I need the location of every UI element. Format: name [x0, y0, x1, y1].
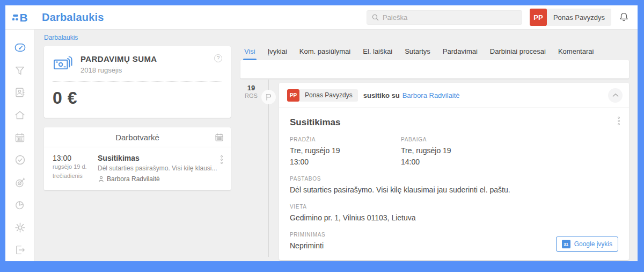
start-date: Tre, rugsėjo 19	[290, 145, 401, 156]
event-target-link[interactable]: Barbora Radvilaitė	[402, 91, 460, 99]
agenda-event-description: Dėl sutarties pasirašymo. Visi kilę klau…	[98, 164, 218, 172]
agenda-event-title: Susitikimas	[98, 154, 218, 162]
home-icon	[14, 109, 26, 121]
breadcrumb[interactable]: Darbalaukis	[44, 34, 629, 41]
target-dart-icon	[14, 176, 26, 189]
sidebar-item-settings[interactable]	[5, 216, 35, 239]
user-name: Ponas Pavyzdys	[547, 13, 611, 22]
timeline-marker	[261, 90, 276, 104]
timeline-date: 19 RGS	[241, 84, 261, 99]
activity-stream: Visi Įvykiai Kom. pasiūlymai El. laiškai…	[240, 46, 629, 261]
tab-kom-pasiulymai[interactable]: Kom. pasiūlymai	[299, 47, 350, 60]
sidebar-item-logout[interactable]	[5, 239, 35, 261]
help-icon[interactable]: ?	[214, 54, 222, 62]
sidebar-item-filters[interactable]	[5, 59, 35, 82]
funnel-icon	[14, 65, 26, 76]
agenda-event-time: 13:00	[53, 154, 98, 162]
user-menu[interactable]: PP Ponas Pavyzdys	[530, 9, 611, 26]
event-card-header: PP Ponas Pavyzdys susitiko su Barbora Ra…	[279, 83, 629, 108]
app-logo[interactable]: B	[5, 5, 35, 29]
google-calendar-icon: 31	[562, 240, 570, 248]
reminder-label: PRIMINIMAS	[290, 232, 325, 238]
timeline-line	[268, 80, 269, 257]
sales-card-title: PARDAVIMŲ SUMA	[80, 54, 157, 64]
start-time: 13:00	[290, 156, 401, 168]
search-placeholder: Paieška	[383, 13, 407, 22]
tab-ivykiai[interactable]: Įvykiai	[268, 47, 287, 60]
actor-name: Ponas Pavyzdys	[299, 89, 358, 102]
start-label: PRADŽIA	[290, 137, 401, 142]
sidebar-item-goals[interactable]	[5, 171, 35, 194]
content-area: Darbalaukis PARDAVIMŲ SUMA 2018 rugsėjis	[35, 30, 638, 261]
flag-icon	[265, 93, 273, 101]
sales-sum-card: PARDAVIMŲ SUMA 2018 rugsėjis ? 0 €	[44, 46, 231, 118]
page-title: Darbalaukis	[42, 11, 104, 24]
agenda-event-weekday: trečiadienis	[53, 171, 98, 181]
topbar: B Darbalaukis Paieška PP Ponas Pavyzdys	[5, 5, 638, 30]
pie-chart-icon	[14, 199, 26, 211]
tab-pardavimai[interactable]: Pardavimai	[443, 47, 478, 60]
tab-komentarai[interactable]: Komentarai	[558, 47, 594, 60]
calendar-icon	[14, 132, 26, 144]
actor-chip[interactable]: PP Ponas Pavyzdys	[287, 89, 358, 102]
search-input[interactable]: Paieška	[367, 10, 522, 25]
location-label: VIETA	[290, 204, 618, 210]
event-card-body: Susitikimas PRADŽIA Tre, rugsėjo 19 13:0…	[279, 108, 629, 260]
agenda-card-title: Darbotvarkė	[115, 133, 159, 142]
tab-visi[interactable]: Visi	[244, 47, 255, 60]
agenda-event-menu-icon[interactable]	[218, 154, 225, 183]
event-card: PP Ponas Pavyzdys susitiko su Barbora Ra…	[279, 83, 629, 260]
chevron-up-icon	[612, 93, 619, 97]
avatar: PP	[530, 9, 547, 26]
agenda-event-item[interactable]: 13:00 rugsėjo 19 d. trečiadienis Susitik…	[44, 147, 231, 190]
banknotes-icon	[53, 55, 74, 71]
event-title: Susitikimas	[290, 117, 618, 128]
notes-label: PASTABOS	[290, 176, 618, 182]
tab-sutartys[interactable]: Sutartys	[405, 47, 430, 60]
widgets-column: PARDAVIMŲ SUMA 2018 rugsėjis ? 0 € Darbo…	[44, 46, 231, 261]
activity-composer[interactable]	[240, 60, 629, 78]
notifications-bell-icon[interactable]	[618, 11, 630, 23]
notes-value: Dėl sutarties pasirašymo. Visi kilę klau…	[290, 184, 618, 196]
sidebar-item-tasks[interactable]	[5, 149, 35, 171]
brand-logo-icon: B	[12, 12, 27, 23]
tab-el-laiskai[interactable]: El. laiškai	[363, 47, 392, 60]
address-book-icon	[14, 87, 26, 98]
timeline-month: RGS	[241, 92, 261, 99]
sales-card-period: 2018 rugsėjis	[80, 66, 157, 74]
google-event-button-label: Google įvykis	[574, 240, 612, 248]
sales-sum-value: 0 €	[53, 88, 222, 108]
reminder-value: Nepriminti	[290, 240, 325, 252]
activity-tabs: Visi Įvykiai Kom. pasiūlymai El. laiškai…	[240, 46, 629, 60]
search-icon	[372, 14, 379, 21]
actor-avatar: PP	[287, 89, 299, 102]
person-icon	[98, 175, 107, 183]
collapse-button[interactable]	[608, 88, 623, 103]
end-time: 14:00	[401, 156, 512, 168]
sidebar-item-insights[interactable]	[5, 194, 35, 217]
agenda-calendar-icon[interactable]	[214, 132, 224, 142]
agenda-card: Darbotvarkė 13:00 rugsėjo 19 d. trečiadi…	[44, 127, 231, 190]
tab-darbiniai-procesai[interactable]: Darbiniai procesai	[490, 47, 546, 60]
sidebar-item-companies[interactable]	[5, 104, 35, 126]
timeline-day: 19	[241, 84, 261, 92]
sidebar-item-dashboard[interactable]	[5, 37, 35, 59]
app-window: B Darbalaukis Paieška PP Ponas Pavyzdys	[5, 5, 638, 261]
sidebar-item-contacts[interactable]	[5, 82, 35, 104]
gear-icon	[14, 221, 26, 234]
logout-icon	[14, 244, 26, 256]
location-value: Gedimino pr. 1, Vilnius 01103, Lietuva	[290, 212, 618, 224]
event-action: susitiko su	[363, 91, 400, 99]
google-event-button[interactable]: 31 Google įvykis	[556, 237, 618, 252]
check-circle-icon	[14, 154, 26, 166]
event-menu-icon[interactable]	[615, 115, 623, 125]
screen: B Darbalaukis Paieška PP Ponas Pavyzdys	[0, 0, 644, 272]
agenda-event-participant[interactable]: Barbora Radvilaitė	[107, 175, 160, 183]
sidebar-item-calendar[interactable]	[5, 126, 35, 149]
sidebar	[5, 30, 35, 261]
end-label: PABAIGA	[401, 137, 512, 142]
end-date: Tre, rugsėjo 19	[401, 145, 512, 156]
dashboard-gauge-icon	[14, 41, 26, 54]
agenda-event-date: rugsėjo 19 d.	[53, 162, 98, 171]
